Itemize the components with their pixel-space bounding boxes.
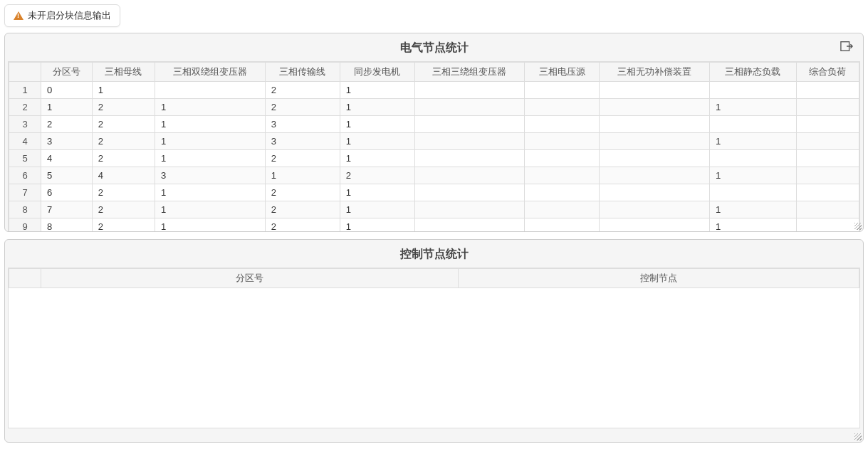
table-cell[interactable]: 1 <box>265 167 340 184</box>
table-cell[interactable]: 8 <box>41 218 93 233</box>
table-cell[interactable] <box>600 116 710 133</box>
table-row[interactable]: 8721211 <box>9 201 859 218</box>
table-cell[interactable]: 1 <box>155 99 265 116</box>
table-cell[interactable]: 3 <box>265 133 340 150</box>
table-cell[interactable]: 5 <box>41 167 93 184</box>
table-cell[interactable] <box>796 184 859 201</box>
table-cell[interactable] <box>710 150 797 167</box>
table-cell[interactable]: 2 <box>92 99 155 116</box>
table-cell[interactable] <box>796 167 859 184</box>
table-cell[interactable] <box>796 116 859 133</box>
table-cell[interactable]: 1 <box>340 133 414 150</box>
table-cell[interactable]: 1 <box>710 133 797 150</box>
table-cell[interactable]: 1 <box>710 201 797 218</box>
table-cell[interactable] <box>796 133 859 150</box>
table-cell[interactable]: 3 <box>41 133 93 150</box>
table-cell[interactable] <box>710 116 797 133</box>
resize-handle[interactable] <box>854 433 862 440</box>
table-cell[interactable]: 2 <box>41 116 93 133</box>
table-row[interactable]: 762121 <box>9 184 859 201</box>
table-cell[interactable] <box>600 133 710 150</box>
table-cell[interactable] <box>600 99 710 116</box>
table-cell[interactable]: 3 <box>265 116 340 133</box>
column-header[interactable]: 分区号 <box>41 63 93 82</box>
table-cell[interactable] <box>796 201 859 218</box>
table-cell[interactable]: 2 <box>92 218 155 233</box>
table-cell[interactable]: 1 <box>155 201 265 218</box>
table-cell[interactable]: 3 <box>155 167 265 184</box>
table-cell[interactable] <box>525 116 600 133</box>
table-cell[interactable]: 2 <box>340 167 414 184</box>
table-cell[interactable] <box>414 82 525 99</box>
table-row[interactable]: 2121211 <box>9 99 859 116</box>
table-cell[interactable] <box>600 167 710 184</box>
table-cell[interactable]: 2 <box>265 201 340 218</box>
table-cell[interactable]: 2 <box>92 184 155 201</box>
column-header[interactable]: 三相无功补偿装置 <box>600 63 710 82</box>
table-cell[interactable] <box>525 150 600 167</box>
export-icon[interactable] <box>840 41 853 52</box>
column-header[interactable]: 三相电压源 <box>525 63 600 82</box>
table-cell[interactable]: 1 <box>340 116 414 133</box>
table-row[interactable]: 542121 <box>9 150 859 167</box>
table-cell[interactable]: 2 <box>265 218 340 233</box>
column-header[interactable]: 三相三绕组变压器 <box>414 63 525 82</box>
table-cell[interactable] <box>414 201 525 218</box>
table-cell[interactable]: 1 <box>155 150 265 167</box>
table-cell[interactable]: 2 <box>92 201 155 218</box>
table-cell[interactable] <box>600 184 710 201</box>
column-header[interactable]: 分区号 <box>41 269 459 288</box>
table-cell[interactable]: 7 <box>41 201 93 218</box>
table-cell[interactable] <box>525 167 600 184</box>
table-cell[interactable] <box>525 184 600 201</box>
table-cell[interactable] <box>796 218 859 233</box>
column-header[interactable]: 三相双绕组变压器 <box>155 63 265 82</box>
table-row[interactable]: 322131 <box>9 116 859 133</box>
column-header[interactable]: 同步发电机 <box>340 63 414 82</box>
table-cell[interactable]: 1 <box>155 184 265 201</box>
table-cell[interactable] <box>600 82 710 99</box>
table-cell[interactable] <box>600 218 710 233</box>
table-cell[interactable]: 4 <box>41 150 93 167</box>
table-cell[interactable]: 1 <box>710 99 797 116</box>
table-cell[interactable]: 0 <box>41 82 93 99</box>
table-cell[interactable]: 1 <box>340 82 414 99</box>
table-cell[interactable] <box>414 218 525 233</box>
table-cell[interactable] <box>414 99 525 116</box>
table-scroll-container[interactable]: 分区号三相母线三相双绕组变压器三相传输线同步发电机三相三绕组变压器三相电压源三相… <box>5 61 863 232</box>
table-cell[interactable] <box>414 184 525 201</box>
table-cell[interactable] <box>525 99 600 116</box>
table-cell[interactable] <box>414 116 525 133</box>
table-cell[interactable] <box>796 82 859 99</box>
table-cell[interactable]: 2 <box>265 150 340 167</box>
table-cell[interactable]: 1 <box>92 82 155 99</box>
table-cell[interactable] <box>525 133 600 150</box>
table-cell[interactable]: 1 <box>710 218 797 233</box>
table-cell[interactable] <box>600 201 710 218</box>
table-cell[interactable]: 1 <box>155 218 265 233</box>
table-cell[interactable] <box>525 218 600 233</box>
table-cell[interactable]: 2 <box>265 184 340 201</box>
column-header[interactable]: 综合负荷 <box>796 63 859 82</box>
table-cell[interactable]: 2 <box>92 116 155 133</box>
column-header[interactable]: 三相静态负载 <box>710 63 797 82</box>
table-row[interactable]: 4321311 <box>9 133 859 150</box>
resize-handle[interactable] <box>854 223 862 230</box>
table-cell[interactable] <box>414 167 525 184</box>
table-cell[interactable] <box>414 150 525 167</box>
table-cell[interactable] <box>155 82 265 99</box>
warning-tab[interactable]: 未开启分块信息输出 <box>4 4 120 27</box>
table-cell[interactable] <box>525 82 600 99</box>
table-cell[interactable]: 1 <box>340 218 414 233</box>
table-cell[interactable] <box>710 184 797 201</box>
table-cell[interactable]: 4 <box>92 167 155 184</box>
table-cell[interactable]: 2 <box>265 99 340 116</box>
table-cell[interactable] <box>796 150 859 167</box>
table-cell[interactable] <box>414 133 525 150</box>
table-cell[interactable]: 1 <box>155 116 265 133</box>
table-cell[interactable]: 1 <box>155 133 265 150</box>
table-cell[interactable] <box>525 201 600 218</box>
table-cell[interactable] <box>710 82 797 99</box>
column-header[interactable]: 三相传输线 <box>265 63 340 82</box>
table-cell[interactable]: 1 <box>340 201 414 218</box>
